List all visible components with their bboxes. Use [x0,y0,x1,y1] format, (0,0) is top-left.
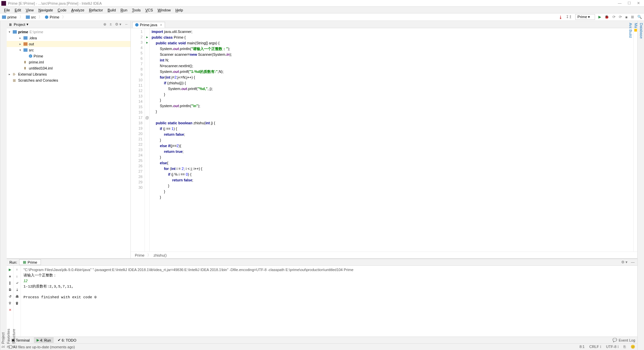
update-icon[interactable]: ⭳ [559,15,562,19]
breadcrumb-root[interactable]: prime [7,15,17,19]
code-area[interactable]: import java.util.Scanner; public class P… [150,28,633,252]
tab-label: Prime.java [140,23,157,27]
window-controls: — ☐ ✕ [618,1,643,5]
sync-icon[interactable]: ↧↥ [566,15,572,19]
menu-analyze[interactable]: Analyze [69,7,86,13]
coverage-icon[interactable]: ⟳ [612,15,615,19]
menu-window[interactable]: Window [156,7,173,13]
editor-tab[interactable]: Prime.java × [132,22,165,28]
run-body: ▶ ■ ‖ 🗎 ↺ ⚲ ✕ ↑ ↓ ⤶ ⤓ 🖶 🗑 "C:\Program Fi… [7,266,637,337]
class-icon [45,15,48,19]
folder-icon [2,15,6,19]
title-bar: Prime [E:\Prime] - ...\src\Prime.java [P… [0,0,644,7]
breadcrumb-class[interactable]: Prime [50,15,59,19]
editor-breadcrumb: Prime 〉 zhishu() [131,252,637,258]
main-area: 1: Project 2: Favorites 7: Structure 🗎 P… [0,21,644,350]
breadcrumb: prime 〉 src 〉 Prime 〉 [2,14,67,19]
run-settings-icon[interactable]: ⚙ ▾ [621,260,628,264]
close-tab-icon[interactable]: × [160,23,162,27]
close-icon[interactable]: ✕ [637,1,640,5]
debug-icon[interactable]: 🐞 [604,15,609,19]
tree-row[interactable]: CPrime [7,53,130,59]
menu-tools[interactable]: Tools [130,7,143,13]
ed-breadcrumb-class[interactable]: Prime [135,253,145,257]
line-gutter: 1234567891011121314151617181920212223242… [131,28,145,252]
project-tree[interactable]: ▾primeE:\prime▸.idea▸out▾srcCPrime⬍prime… [7,28,130,258]
warning-marker[interactable] [634,29,637,32]
menu-help[interactable]: Help [173,7,185,13]
run-panel: Run: ▦ Prime ⚙ ▾ — ▶ ■ ‖ 🗎 ↺ ⚲ [7,259,637,337]
settings-icon[interactable]: ⚙ ▾ [115,22,121,27]
menu-edit[interactable]: Edit [13,7,23,13]
folder-icon [26,15,30,19]
editor-body: 1234567891011121314151617181920212223242… [131,28,637,252]
status-position[interactable]: 8:1 [580,345,585,349]
run-config-select[interactable]: Prime ▾ [575,14,595,20]
left-tool-project[interactable]: 1: Project [0,22,6,349]
scroll-from-source-icon[interactable]: ⊕ [103,22,106,27]
status-line-sep[interactable]: CRLF ⁞ [589,345,601,349]
breadcrumb-src[interactable]: src [31,15,36,19]
search-icon[interactable]: 🔍 [637,15,642,19]
tree-row[interactable]: ⊞Scratches and Consoles [7,77,130,83]
status-bar: All files are up-to-date (moments ago) 8… [7,343,637,350]
right-tool-ant[interactable]: Ant Build [628,22,633,349]
center-column: 🗎 Project ▾ ⊕ ± ⚙ ▾ ← ▾primeE:\prime▸.id… [7,21,637,350]
status-message: All files are up-to-date (moments ago) [13,345,75,349]
tab-todo[interactable]: ✔ 6: TODO [55,337,79,343]
class-icon [135,23,139,27]
collapse-all-icon[interactable]: ± [110,22,112,27]
menu-navigate[interactable]: Navigate [36,7,55,13]
maximize-icon[interactable]: ☐ [628,1,631,5]
menu-view[interactable]: View [24,7,36,13]
stop-icon[interactable]: ■ [625,15,628,19]
todo-icon: ✔ [58,338,61,342]
tree-row[interactable]: ▾src [7,47,130,53]
tab-run[interactable]: ▶ 4: Run [34,337,54,343]
run-tab-icon: ▶ [37,338,39,342]
left-tool-favorites[interactable]: 2: Favorites [6,22,11,349]
run-header: Run: ▦ Prime ⚙ ▾ — [7,259,637,266]
ed-breadcrumb-method[interactable]: zhishu() [154,253,167,257]
event-log-icon: 💬 [612,338,617,342]
status-context[interactable]: ⎘ [624,345,626,349]
window-title: Prime [E:\Prime] - ...\src\Prime.java [P… [8,1,102,5]
hide-icon[interactable]: ← [125,22,128,27]
layout-icon[interactable]: ⊞ [631,15,634,19]
menu-vcs[interactable]: VCS [143,7,155,13]
left-tool-structure[interactable]: 7: Structure [11,22,16,349]
run-icon[interactable]: ▶ [598,15,601,19]
run-output[interactable]: "C:\Program Files\Java\jdk-9.0.4\bin\jav… [21,266,637,337]
toolbar: ⭳ ↧↥ Prime ▾ ▶ 🐞 ⟳ ⟳ ■ ⊞ 🔍 [559,14,642,20]
editor: Prime.java × 123456789101112131415161718… [131,21,637,258]
menu-run[interactable]: Run [118,7,129,13]
minimize-icon[interactable]: — [618,1,622,5]
menu-code[interactable]: Code [56,7,68,13]
app-icon [1,1,6,6]
project-header: 🗎 Project ▾ ⊕ ± ⚙ ▾ ← [7,21,130,28]
upper-split: 🗎 Project ▾ ⊕ ± ⚙ ▾ ← ▾primeE:\prime▸.id… [7,21,637,259]
editor-tabs: Prime.java × [131,21,637,28]
menu-refactor[interactable]: Refactor [87,7,105,13]
right-tool-database[interactable]: Database [639,22,644,349]
profile-icon[interactable]: ⟳ [619,15,622,19]
menu-build[interactable]: Build [106,7,118,13]
nav-bar: prime 〉 src 〉 Prime 〉 ⭳ ↧↥ Prime ▾ ▶ 🐞 ⟳… [0,13,644,21]
status-encoding[interactable]: UTF-8 ⁞ [606,345,619,349]
tree-row[interactable]: ⬍untitled104.iml [7,65,130,71]
tree-row[interactable]: ▸out [7,41,130,47]
right-tool-strip: Database Maven Projects Ant Build [637,21,644,350]
gutter-marks: ▸▸@ [145,28,150,252]
menu-bar: FileEditViewNavigateCodeAnalyzeRefactorB… [0,7,644,13]
menu-file[interactable]: File [2,7,12,13]
left-tool-strip: 1: Project 2: Favorites 7: Structure [0,21,7,350]
tree-row[interactable]: ⬍prime.iml [7,59,130,65]
project-panel: 🗎 Project ▾ ⊕ ± ⚙ ▾ ← ▾primeE:\prime▸.id… [7,21,131,258]
bottom-tool-tabs: ▣ Terminal ▶ 4: Run ✔ 6: TODO 💬 Event Lo… [7,337,637,343]
tree-row[interactable]: ▸.idea [7,35,130,41]
run-config-tab[interactable]: ▦ Prime [19,259,41,265]
error-stripe [633,28,637,252]
tree-row[interactable]: ▸⊪External Libraries [7,71,130,77]
tree-row[interactable]: ▾primeE:\prime [7,29,130,35]
